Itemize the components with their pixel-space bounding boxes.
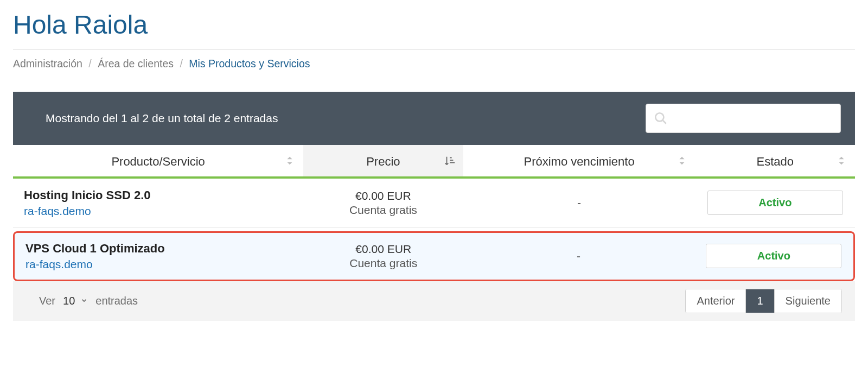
price: €0.00 EUR <box>314 189 452 202</box>
breadcrumb: Administración / Área de clientes / Mis … <box>13 58 855 70</box>
breadcrumb-separator: / <box>180 58 182 69</box>
entries-value: 10 <box>63 295 75 307</box>
breadcrumb-item[interactable]: Área de clientes <box>98 58 174 69</box>
next-button[interactable]: Siguiente <box>774 289 841 313</box>
table-header-row: Producto/Servicio Precio Próximo vencimi… <box>13 145 855 179</box>
page-title: Hola Raiola <box>13 11 855 40</box>
showing-entries-text: Mostrando del 1 al 2 de un total de 2 en… <box>46 112 278 125</box>
status-badge[interactable]: Activo <box>706 244 841 268</box>
next-due: - <box>463 241 694 271</box>
page-number-button[interactable]: 1 <box>745 289 774 313</box>
breadcrumb-item[interactable]: Administración <box>13 58 82 69</box>
prev-button[interactable]: Anterior <box>686 289 745 313</box>
product-name: Hosting Inicio SSD 2.0 <box>24 188 292 202</box>
ver-label: Ver <box>39 295 55 307</box>
next-due: - <box>463 187 695 219</box>
breadcrumb-separator: / <box>88 58 91 69</box>
col-next-due[interactable]: Próximo vencimiento <box>463 145 695 176</box>
sort-icon <box>676 155 688 167</box>
col-product[interactable]: Producto/Servicio <box>13 145 303 176</box>
product-domain[interactable]: ra-faqs.demo <box>24 205 292 218</box>
table-row[interactable]: VPS Cloud 1 Optimizado ra-faqs.demo €0.0… <box>13 231 855 281</box>
search-box[interactable] <box>646 104 841 133</box>
col-status[interactable]: Estado <box>695 145 855 176</box>
col-product-label: Producto/Servicio <box>111 155 205 168</box>
product-domain[interactable]: ra-faqs.demo <box>25 258 293 271</box>
products-table: Mostrando del 1 al 2 de un total de 2 en… <box>13 92 855 321</box>
col-price[interactable]: Precio <box>303 145 463 176</box>
pagination: Anterior 1 Siguiente <box>685 289 842 313</box>
col-status-label: Estado <box>757 155 794 168</box>
entradas-label: entradas <box>95 295 138 307</box>
table-footer: Ver 10 entradas Anterior 1 Siguiente <box>13 281 855 321</box>
entries-per-page: Ver 10 entradas <box>39 293 138 309</box>
sort-icon <box>835 155 847 167</box>
entries-select[interactable]: 10 <box>60 293 91 309</box>
table-row[interactable]: Hosting Inicio SSD 2.0 ra-faqs.demo €0.0… <box>13 179 855 228</box>
price-sub: Cuenta gratis <box>315 257 452 270</box>
sort-asc-icon <box>444 155 456 167</box>
col-price-label: Precio <box>366 155 400 168</box>
breadcrumb-current: Mis Productos y Servicios <box>189 58 310 69</box>
col-next-due-label: Próximo vencimiento <box>524 155 634 168</box>
table-topbar: Mostrando del 1 al 2 de un total de 2 en… <box>13 92 855 145</box>
search-input[interactable] <box>673 104 840 132</box>
product-name: VPS Cloud 1 Optimizado <box>25 242 293 256</box>
chevron-down-icon <box>80 295 88 307</box>
price-sub: Cuenta gratis <box>314 204 452 217</box>
sort-icon <box>284 155 296 167</box>
price: €0.00 EUR <box>315 243 452 256</box>
svg-point-0 <box>655 113 663 121</box>
divider <box>13 49 855 50</box>
svg-line-1 <box>663 121 666 124</box>
search-icon <box>654 111 668 125</box>
status-badge[interactable]: Activo <box>707 191 843 215</box>
